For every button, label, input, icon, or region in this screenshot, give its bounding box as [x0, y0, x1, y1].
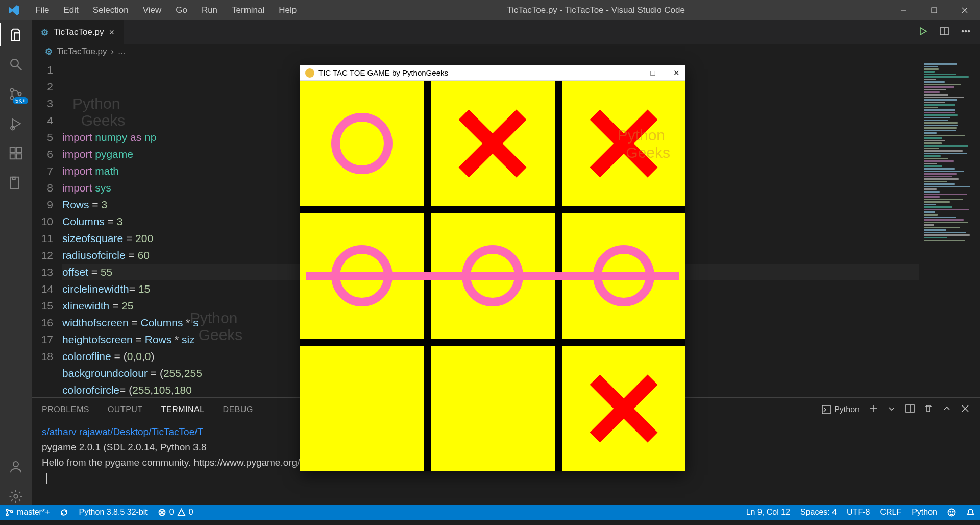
board-cell-2-2[interactable]: [562, 346, 685, 471]
git-branch[interactable]: master*+: [5, 508, 50, 517]
terminal-shell-label[interactable]: Python: [822, 405, 860, 414]
tab-filename: TicTacToe.py: [54, 27, 104, 37]
menu-go[interactable]: Go: [168, 5, 194, 15]
language-mode[interactable]: Python: [912, 508, 937, 517]
menu-file[interactable]: File: [28, 5, 56, 15]
game-board[interactable]: Python Geeks: [300, 81, 685, 471]
pygame-window: TIC TAC TOE GAME by PythonGeeks — □ ✕ Py…: [300, 65, 685, 471]
encoding[interactable]: UTF-8: [847, 508, 870, 517]
split-editor-icon[interactable]: [939, 26, 949, 38]
board-cell-0-1[interactable]: [431, 81, 554, 206]
indentation[interactable]: Spaces: 4: [800, 508, 837, 517]
panel-tab-terminal[interactable]: TERMINAL: [161, 405, 205, 417]
menu-edit[interactable]: Edit: [56, 5, 85, 15]
x-mark: [593, 113, 654, 174]
svg-rect-14: [16, 154, 21, 159]
svg-rect-15: [11, 177, 18, 189]
board-cell-2-0[interactable]: [300, 346, 424, 471]
settings-gear-icon[interactable]: [8, 488, 24, 505]
titlebar: FileEditSelectionViewGoRunTerminalHelp T…: [0, 0, 980, 20]
chevron-right-icon: ›: [111, 46, 114, 57]
tab-bar: ⚙ TicTacToe.py ×: [32, 20, 980, 44]
window-controls: [888, 0, 980, 20]
terminal-prompt: s/atharv rajawat/Desktop/TicTacToe/T: [42, 426, 203, 437]
search-icon[interactable]: [8, 56, 24, 73]
watermark: Python Geeks: [72, 95, 125, 129]
panel-tab-output[interactable]: OUTPUT: [108, 405, 143, 417]
svg-rect-1: [932, 8, 937, 13]
python-file-icon: ⚙: [41, 27, 48, 38]
maximize-button[interactable]: □: [649, 68, 657, 78]
pygame-titlebar[interactable]: TIC TAC TOE GAME by PythonGeeks — □ ✕: [300, 65, 685, 81]
close-button[interactable]: ✕: [672, 68, 680, 78]
extensions-icon[interactable]: [8, 145, 24, 161]
kill-terminal-icon[interactable]: [924, 404, 933, 415]
terminal-dropdown-icon[interactable]: [887, 404, 896, 415]
win-line: [306, 272, 679, 280]
cursor-position[interactable]: Ln 9, Col 12: [746, 508, 790, 517]
svg-point-17: [13, 462, 18, 467]
python-file-icon: ⚙: [45, 46, 53, 57]
line-gutter: 123456789101112131415161718: [32, 59, 62, 397]
account-icon[interactable]: [8, 459, 24, 475]
status-bar: master*+ Python 3.8.5 32-bit 0 0 Ln 9, C…: [0, 505, 980, 520]
problems-status[interactable]: 0 0: [158, 508, 193, 517]
new-terminal-icon[interactable]: [869, 404, 878, 415]
board-cell-2-1[interactable]: [431, 346, 554, 471]
menu-selection[interactable]: Selection: [86, 5, 136, 15]
window-title: TicTacToe.py - TicTacToe - Visual Studio…: [304, 5, 888, 15]
more-actions-icon[interactable]: [961, 26, 971, 38]
notifications-icon[interactable]: [966, 508, 975, 517]
run-debug-icon[interactable]: [8, 115, 24, 132]
breadcrumb-filename: TicTacToe.py: [57, 46, 107, 57]
sync-icon[interactable]: [60, 508, 68, 517]
sidebar-extra-icon[interactable]: [8, 175, 24, 191]
svg-rect-16: [13, 177, 15, 180]
python-interpreter[interactable]: Python 3.8.5 32-bit: [79, 508, 147, 517]
svg-point-6: [10, 88, 13, 91]
source-control-icon[interactable]: 5K+: [8, 86, 24, 102]
maximize-button[interactable]: [919, 0, 949, 20]
breadcrumb[interactable]: ⚙ TicTacToe.py › ...: [32, 44, 980, 59]
menu-run[interactable]: Run: [194, 5, 225, 15]
activity-bar: 5K+: [0, 20, 32, 505]
svg-rect-13: [10, 154, 15, 159]
panel-tab-debug[interactable]: DEBUG: [223, 405, 253, 417]
editor-actions: [918, 20, 980, 44]
minimap[interactable]: [919, 59, 980, 397]
menu-terminal[interactable]: Terminal: [225, 5, 272, 15]
scm-badge: 5K+: [13, 97, 28, 104]
menu-help[interactable]: Help: [272, 5, 304, 15]
svg-rect-11: [10, 148, 15, 153]
pygame-title: TIC TAC TOE GAME by PythonGeeks: [318, 68, 448, 77]
svg-point-22: [962, 31, 964, 32]
run-file-icon[interactable]: [918, 26, 928, 38]
pygame-app-icon: [305, 68, 314, 78]
tab-close-icon[interactable]: ×: [109, 27, 115, 38]
svg-marker-19: [920, 28, 926, 35]
explorer-icon[interactable]: [8, 27, 24, 43]
close-panel-icon[interactable]: [961, 404, 970, 415]
panel-tab-problems[interactable]: PROBLEMS: [42, 405, 89, 417]
svg-point-40: [952, 511, 953, 512]
svg-point-33: [6, 514, 8, 516]
board-cell-0-2[interactable]: [562, 81, 685, 206]
eol[interactable]: CRLF: [880, 508, 901, 517]
editor-tab[interactable]: ⚙ TicTacToe.py ×: [32, 20, 124, 44]
close-button[interactable]: [949, 0, 980, 20]
svg-point-24: [968, 31, 970, 32]
board-cell-0-0[interactable]: [300, 81, 424, 206]
svg-line-5: [18, 66, 22, 70]
svg-point-32: [6, 509, 8, 511]
feedback-icon[interactable]: [947, 508, 956, 517]
menu-view[interactable]: View: [136, 5, 169, 15]
maximize-panel-icon[interactable]: [942, 404, 951, 415]
terminal-cursor: [42, 473, 47, 484]
x-mark: [462, 113, 523, 174]
svg-point-39: [950, 511, 951, 512]
minimize-button[interactable]: [888, 0, 919, 20]
minimize-button[interactable]: —: [625, 68, 633, 78]
svg-point-23: [965, 31, 967, 32]
vscode-logo-icon: [0, 4, 28, 16]
split-terminal-icon[interactable]: [905, 404, 915, 415]
